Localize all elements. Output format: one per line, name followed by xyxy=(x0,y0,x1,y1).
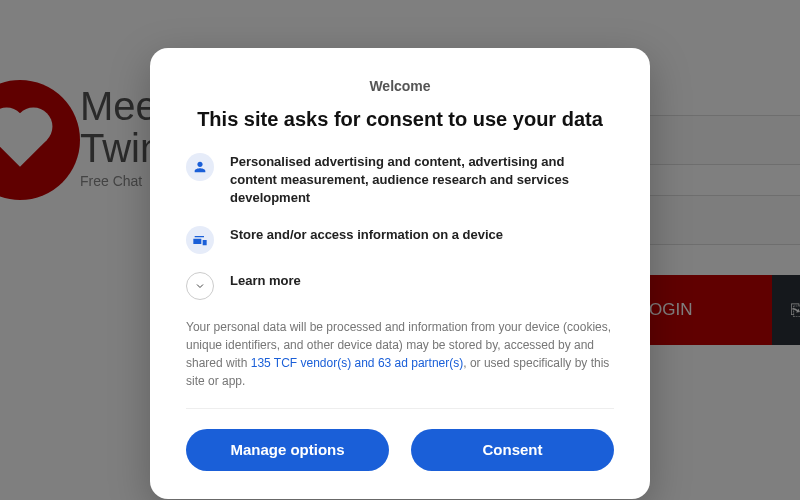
consent-purpose-1: Personalised advertising and content, ad… xyxy=(186,153,614,208)
consent-dialog: Welcome This site asks for consent to us… xyxy=(150,48,650,499)
person-icon xyxy=(186,153,214,181)
learn-more-label: Learn more xyxy=(230,272,301,290)
consent-purpose-2: Store and/or access information on a dev… xyxy=(186,226,614,254)
consent-button[interactable]: Consent xyxy=(411,429,614,471)
consent-title: This site asks for consent to use your d… xyxy=(186,108,614,131)
consent-welcome: Welcome xyxy=(186,78,614,94)
vendors-link[interactable]: 135 TCF vendor(s) and 63 ad partner(s) xyxy=(251,356,464,370)
consent-divider xyxy=(186,408,614,409)
consent-purpose-1-text: Personalised advertising and content, ad… xyxy=(230,153,614,208)
learn-more-row[interactable]: Learn more xyxy=(186,272,614,300)
consent-fineprint: Your personal data will be processed and… xyxy=(186,318,614,390)
consent-purpose-2-text: Store and/or access information on a dev… xyxy=(230,226,503,244)
manage-options-button[interactable]: Manage options xyxy=(186,429,389,471)
chevron-down-icon xyxy=(186,272,214,300)
devices-icon xyxy=(186,226,214,254)
